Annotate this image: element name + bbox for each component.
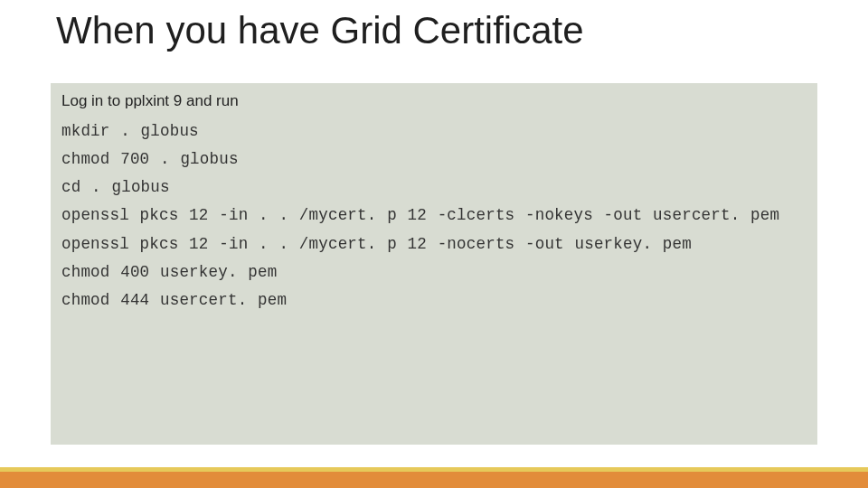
command-line: chmod 400 userkey. pem bbox=[61, 258, 807, 286]
intro-text: Log in to pplxint 9 and run bbox=[61, 92, 807, 110]
command-line: mkdir . globus bbox=[61, 117, 807, 145]
accent-bar bbox=[0, 472, 868, 488]
command-line: cd . globus bbox=[61, 174, 807, 202]
slide-title: When you have Grid Certificate bbox=[56, 9, 584, 52]
command-line: openssl pkcs 12 -in . . /mycert. p 12 -n… bbox=[61, 230, 807, 258]
command-line: openssl pkcs 12 -in . . /mycert. p 12 -c… bbox=[61, 202, 807, 230]
slide: When you have Grid Certificate Log in to… bbox=[0, 0, 868, 488]
content-box: Log in to pplxint 9 and run mkdir . glob… bbox=[51, 83, 817, 445]
command-line: chmod 444 usercert. pem bbox=[61, 286, 807, 314]
command-line: chmod 700 . globus bbox=[61, 145, 807, 174]
